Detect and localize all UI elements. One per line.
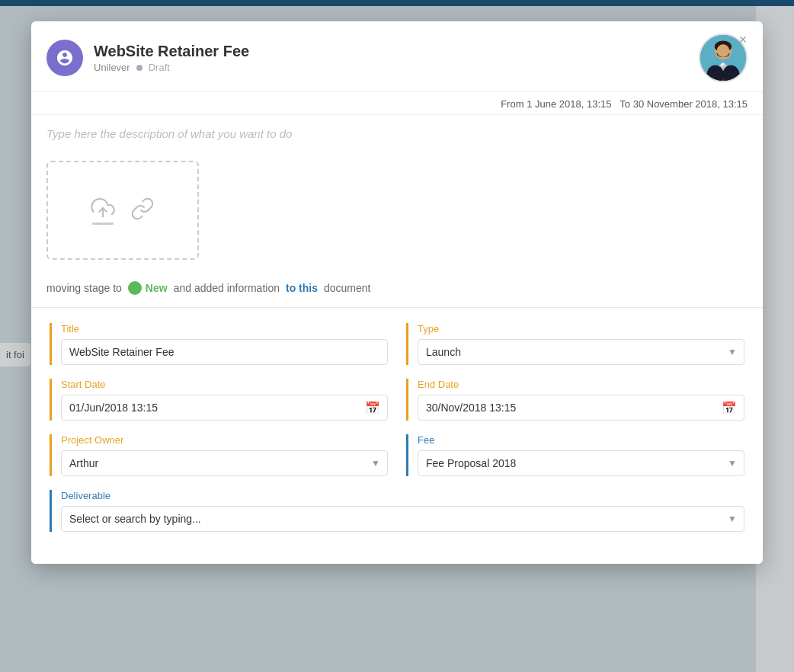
project-owner-select[interactable]: Arthur John Mary [61,450,388,476]
modal-icon [46,40,83,76]
form-section: Title Type Launch Proposal Report Other … [31,307,763,564]
title-field: Title [50,323,388,365]
upload-icon[interactable] [91,196,115,225]
upload-drop-zone[interactable] [46,161,199,260]
type-select[interactable]: Launch Proposal Report Other [418,339,744,365]
stage-middle: and added information [174,282,280,294]
description-area[interactable]: Type here the description of what you wa… [31,115,763,161]
end-date-label: End Date [418,379,744,390]
new-text: New [146,282,168,294]
date-to-label: To [620,98,630,110]
top-bar [0,0,794,6]
fee-label: Fee [418,434,744,446]
fee-select[interactable]: Fee Proposal 2018 Fee Proposal 2019 [418,450,744,476]
type-select-wrapper: Launch Proposal Report Other ▼ [418,339,744,365]
form-grid: Title Type Launch Proposal Report Other … [50,323,744,546]
end-date-wrapper: 📅 [418,395,744,421]
deliverable-select-wrapper: Select or search by typing... ▼ [61,506,744,532]
deliverable-select[interactable]: Select or search by typing... [61,506,744,532]
draft-dot [136,65,142,71]
stage-link[interactable]: to this [286,282,318,294]
modal-overlay: WebSite Retainer Fee Unilever Draft [0,6,794,672]
end-date-input[interactable] [418,395,744,421]
end-date-field: End Date 📅 [406,379,744,421]
start-date-field: Start Date 📅 [50,379,388,421]
modal: WebSite Retainer Fee Unilever Draft [31,21,763,564]
description-placeholder: Type here the description of what you wa… [46,127,292,140]
subtitle-company: Unilever [94,62,130,73]
title-input[interactable] [61,339,388,365]
file-area [31,161,763,272]
link-icon[interactable] [130,197,155,224]
type-field: Type Launch Proposal Report Other ▼ [406,323,744,365]
modal-title-area: WebSite Retainer Fee Unilever Draft [94,43,699,73]
date-from-label: From [501,98,523,110]
new-dot [128,281,142,295]
close-button[interactable]: × [732,29,754,50]
draft-label: Draft [149,62,170,73]
project-owner-field: Project Owner Arthur John Mary ▼ [50,434,388,476]
project-owner-label: Project Owner [61,434,388,446]
start-date-calendar-icon[interactable]: 📅 [365,401,380,415]
modal-title: WebSite Retainer Fee [94,43,699,60]
start-date-label: Start Date [61,379,388,390]
start-date-wrapper: 📅 [61,395,388,421]
title-label: Title [61,323,388,334]
stage-suffix: document [324,282,370,294]
project-owner-select-wrapper: Arthur John Mary ▼ [61,450,388,476]
deliverable-label: Deliverable [61,490,744,501]
stage-prefix: moving stage to [46,282,122,294]
date-from-value: 1 June 2018, 13:15 [527,98,611,110]
modal-subtitle: Unilever Draft [94,62,699,73]
modal-header: WebSite Retainer Fee Unilever Draft [31,21,763,92]
end-date-calendar-icon[interactable]: 📅 [722,401,737,415]
new-badge: New [128,281,168,295]
date-range: From 1 June 2018, 13:15 To 30 November 2… [31,92,763,115]
date-to-value: 30 November 2018, 13:15 [633,98,748,110]
svg-point-8 [717,44,730,57]
deliverable-field: Deliverable Select or search by typing..… [50,490,744,532]
type-label: Type [418,323,744,334]
fee-field: Fee Fee Proposal 2018 Fee Proposal 2019 … [406,434,744,476]
stage-info: moving stage to New and added informatio… [31,272,763,307]
start-date-input[interactable] [61,395,388,421]
fee-select-wrapper: Fee Proposal 2018 Fee Proposal 2019 ▼ [418,450,744,476]
